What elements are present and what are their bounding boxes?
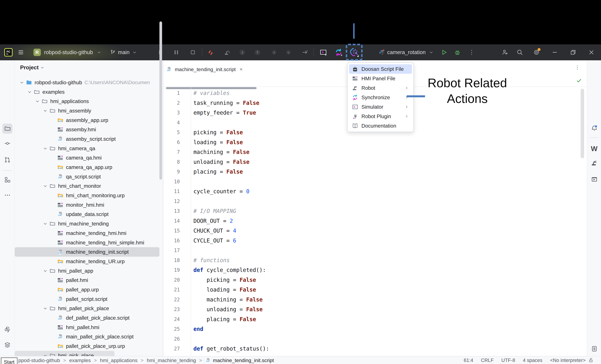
- tree-row-update_data.script[interactable]: URupdate_data.script: [15, 210, 163, 219]
- pull-request-icon[interactable]: [4, 157, 11, 163]
- git-branch-icon[interactable]: [110, 49, 116, 55]
- diamond-l-icon[interactable]: L: [285, 49, 292, 56]
- menu-item-documentation[interactable]: Documentation: [349, 121, 412, 130]
- tree-row-pallet_app.urp[interactable]: URpallet_app.urp: [15, 285, 163, 294]
- w-tool-icon[interactable]: W: [590, 145, 599, 153]
- branch-selector[interactable]: main: [118, 49, 130, 55]
- main-menu-icon[interactable]: [18, 49, 24, 56]
- tree-row-examples[interactable]: examples: [15, 87, 163, 97]
- tree-row-hmi_camera_qa[interactable]: hmi_camera_qa: [15, 144, 163, 153]
- tab-machine-tending-init[interactable]: UR machine_tending_init.script ×: [166, 66, 243, 72]
- settings-gear-icon[interactable]: [533, 49, 540, 56]
- tree-row-hmi_pallet_pick_place[interactable]: hmi_pallet_pick_place: [15, 304, 163, 313]
- diamond-j-icon[interactable]: J: [271, 49, 277, 56]
- tree-row-robpod-studio-github[interactable]: robpod-studio-githubC:\Users\ANCONA\Docu…: [15, 78, 163, 87]
- circle-j-icon[interactable]: J: [239, 49, 246, 56]
- menu-item-label: Robot Plugin: [361, 113, 391, 119]
- tree-row-camera_qa.hmi[interactable]: camera_qa.hmi: [15, 153, 163, 163]
- status--no-interpreter-[interactable]: <No interpreter>: [550, 357, 586, 363]
- more-kebab-icon[interactable]: [468, 49, 475, 56]
- start-button[interactable]: Start: [1, 357, 18, 364]
- breadcrumb-hmi_applications[interactable]: hmi_applications: [100, 357, 138, 363]
- search-icon[interactable]: [516, 49, 523, 56]
- dependencies-icon[interactable]: [4, 342, 11, 348]
- breadcrumb-ppod-studio-github[interactable]: ppod-studio-github: [18, 357, 60, 363]
- tree-item-label: assemby.hmi: [66, 127, 96, 132]
- synchronize-icon[interactable]: [335, 49, 342, 56]
- breadcrumb-examples[interactable]: examples: [69, 357, 91, 363]
- structure-tool-icon[interactable]: [4, 176, 11, 183]
- status-crlf[interactable]: CRLF: [481, 357, 494, 363]
- status-utf-8[interactable]: UTF-8: [501, 357, 515, 363]
- lock-open-icon[interactable]: [588, 357, 594, 364]
- tree-row-main_pallet_pick_place.script[interactable]: URmain_pallet_pick_place.script: [15, 332, 163, 342]
- tree-row-machine_tending_hmi.hmi[interactable]: machine_tending_hmi.hmi: [15, 228, 163, 238]
- simulator-tool-icon[interactable]: [591, 176, 598, 183]
- tree-row-hmi_pick_place[interactable]: hmi_pick_place: [15, 351, 114, 356]
- minimize-icon[interactable]: [551, 49, 558, 56]
- status-61-4[interactable]: 61:4: [464, 357, 473, 363]
- add-user-icon[interactable]: [501, 49, 508, 56]
- tree-row-hmi_pallet_app[interactable]: hmi_pallet_app: [15, 266, 163, 275]
- chevron-down-icon[interactable]: [132, 50, 137, 55]
- project-panel-header[interactable]: Project: [20, 64, 45, 71]
- editor-options-kebab-icon[interactable]: [574, 64, 580, 70]
- tree-row-qa_script.script[interactable]: URqa_script.script: [15, 172, 163, 181]
- pause-icon[interactable]: [173, 49, 180, 56]
- notifications-bell-icon[interactable]: [591, 125, 598, 132]
- step-arrow-icon[interactable]: [302, 49, 309, 56]
- close-window-icon[interactable]: [588, 49, 595, 56]
- robot-sync-icon[interactable]: [224, 49, 230, 56]
- tree-row-machine_tending_hmi_simple.hmi[interactable]: machine_tending_hmi_simple.hmi: [15, 238, 163, 247]
- menu-item-synchronize[interactable]: Synchronize: [349, 93, 412, 102]
- project-selector[interactable]: robpod-studio-github: [44, 49, 93, 55]
- tree-row-hmi_machine_tending[interactable]: hmi_machine_tending: [15, 219, 163, 228]
- more-tools-icon[interactable]: [4, 192, 11, 198]
- chevron-down-icon[interactable]: [96, 50, 102, 55]
- run-config-selector[interactable]: camera_rotation: [387, 49, 426, 55]
- tree-scrollbar[interactable]: [160, 21, 162, 180]
- tree-row-camera_qa_app.urp[interactable]: URcamera_qa_app.urp: [15, 162, 163, 172]
- tree-row-assemby_script.script[interactable]: URassemby_script.script: [15, 134, 163, 144]
- circle-t-icon[interactable]: T: [254, 49, 261, 56]
- project-avatar[interactable]: R: [33, 49, 41, 56]
- code-token: unloading =: [193, 159, 233, 165]
- close-tab-icon[interactable]: ×: [240, 66, 243, 72]
- status-4-spaces[interactable]: 4 spaces: [523, 357, 542, 363]
- project-tool-icon[interactable]: [4, 125, 11, 132]
- run-icon[interactable]: [441, 49, 448, 56]
- breadcrumb-machine_tending_init.script[interactable]: machine_tending_init.script: [213, 357, 274, 363]
- menu-item-hmi-panel-file[interactable]: HMI Panel File: [349, 74, 412, 83]
- tree-row-pallet_pick_place_urp.urp[interactable]: URpallet_pick_place_urp.urp: [15, 341, 163, 351]
- menu-item-doosan-script-file[interactable]: DRDoosan Script File: [349, 64, 412, 74]
- tree-row-hmi_applications[interactable]: hmi_applications: [15, 97, 163, 106]
- menu-item-robot[interactable]: Robot: [349, 83, 412, 93]
- tree-row-machine_tending_init.script[interactable]: URmachine_tending_init.script: [15, 247, 160, 257]
- editor-scrollbar[interactable]: [581, 89, 584, 158]
- tree-row-pallet_script.script[interactable]: URpallet_script.script: [15, 294, 163, 304]
- tree-row-def_pallet_pick_place.script[interactable]: URdef_pallet_pick_place.script: [15, 313, 163, 323]
- menu-item-robot-plugin[interactable]: Robot Plugin: [349, 112, 412, 121]
- menu-item-simulator[interactable]: Simulator: [349, 102, 412, 112]
- robot-red-icon[interactable]: [207, 49, 214, 56]
- tree-row-pallet.hmi[interactable]: pallet.hmi: [15, 275, 163, 285]
- commit-tool-icon[interactable]: [4, 140, 11, 147]
- tree-row-machine_tending_UR.urp[interactable]: URmachine_tending_UR.urp: [15, 257, 163, 266]
- document-tool-icon[interactable]: [591, 345, 598, 352]
- debug-icon[interactable]: [454, 49, 461, 56]
- inspection-ok-icon[interactable]: [576, 78, 582, 83]
- python-packages-icon[interactable]: [4, 326, 11, 333]
- breadcrumb-hmi_machine_tending[interactable]: hmi_machine_tending: [147, 357, 196, 363]
- robot-tool-icon[interactable]: [591, 160, 598, 167]
- stop-icon[interactable]: [190, 49, 196, 56]
- tree-row-hmi_chart_monitor[interactable]: hmi_chart_monitor: [15, 181, 163, 191]
- tree-row-hmi_assembly[interactable]: hmi_assembly: [15, 106, 163, 116]
- tree-row-hmi_chart_monitoring.urp[interactable]: URhmi_chart_monitoring.urp: [15, 191, 163, 200]
- tree-row-hmi_pallet.hmi[interactable]: hmi_pallet.hmi: [15, 323, 163, 332]
- restore-window-icon[interactable]: [570, 49, 576, 56]
- simulator-window-icon[interactable]: [320, 49, 327, 56]
- chevron-down-icon[interactable]: [429, 50, 434, 55]
- tree-row-assemby.hmi[interactable]: assemby.hmi: [15, 125, 163, 134]
- tree-row-monitor_hmi.hmi[interactable]: monitor_hmi.hmi: [15, 200, 163, 210]
- tree-row-assembly_app.urp[interactable]: URassembly_app.urp: [15, 116, 163, 125]
